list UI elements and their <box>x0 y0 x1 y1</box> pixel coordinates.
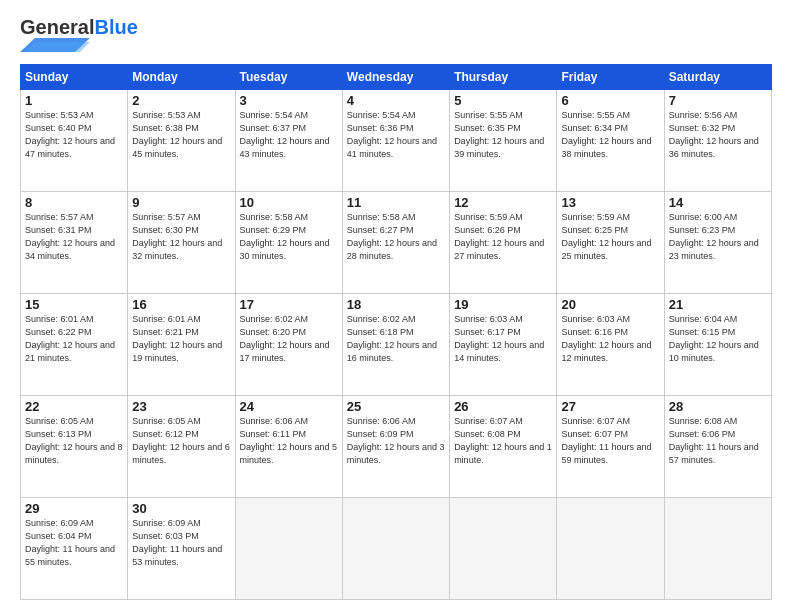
day-info: Sunrise: 6:03 AMSunset: 6:17 PMDaylight:… <box>454 313 552 365</box>
logo-text: GeneralBlue <box>20 16 138 38</box>
calendar-header-monday: Monday <box>128 65 235 90</box>
day-info: Sunrise: 6:09 AMSunset: 6:03 PMDaylight:… <box>132 517 230 569</box>
day-number: 5 <box>454 93 552 108</box>
calendar-week-5: 29Sunrise: 6:09 AMSunset: 6:04 PMDayligh… <box>21 498 772 600</box>
calendar-table: SundayMondayTuesdayWednesdayThursdayFrid… <box>20 64 772 600</box>
day-number: 22 <box>25 399 123 414</box>
calendar-cell: 19Sunrise: 6:03 AMSunset: 6:17 PMDayligh… <box>450 294 557 396</box>
calendar-week-4: 22Sunrise: 6:05 AMSunset: 6:13 PMDayligh… <box>21 396 772 498</box>
day-info: Sunrise: 5:58 AMSunset: 6:27 PMDaylight:… <box>347 211 445 263</box>
calendar-header-friday: Friday <box>557 65 664 90</box>
day-number: 17 <box>240 297 338 312</box>
calendar-cell <box>557 498 664 600</box>
day-number: 13 <box>561 195 659 210</box>
calendar-cell: 17Sunrise: 6:02 AMSunset: 6:20 PMDayligh… <box>235 294 342 396</box>
day-number: 15 <box>25 297 123 312</box>
calendar-header-thursday: Thursday <box>450 65 557 90</box>
day-info: Sunrise: 6:04 AMSunset: 6:15 PMDaylight:… <box>669 313 767 365</box>
calendar-cell: 30Sunrise: 6:09 AMSunset: 6:03 PMDayligh… <box>128 498 235 600</box>
calendar-cell: 10Sunrise: 5:58 AMSunset: 6:29 PMDayligh… <box>235 192 342 294</box>
day-number: 30 <box>132 501 230 516</box>
day-number: 29 <box>25 501 123 516</box>
day-number: 12 <box>454 195 552 210</box>
day-info: Sunrise: 6:05 AMSunset: 6:13 PMDaylight:… <box>25 415 123 467</box>
calendar-header-tuesday: Tuesday <box>235 65 342 90</box>
day-number: 19 <box>454 297 552 312</box>
day-info: Sunrise: 6:02 AMSunset: 6:20 PMDaylight:… <box>240 313 338 365</box>
logo-blue: Blue <box>94 16 137 38</box>
day-info: Sunrise: 6:07 AMSunset: 6:08 PMDaylight:… <box>454 415 552 467</box>
calendar-cell: 12Sunrise: 5:59 AMSunset: 6:26 PMDayligh… <box>450 192 557 294</box>
day-number: 28 <box>669 399 767 414</box>
day-info: Sunrise: 5:58 AMSunset: 6:29 PMDaylight:… <box>240 211 338 263</box>
calendar-cell: 25Sunrise: 6:06 AMSunset: 6:09 PMDayligh… <box>342 396 449 498</box>
calendar-cell: 13Sunrise: 5:59 AMSunset: 6:25 PMDayligh… <box>557 192 664 294</box>
calendar-cell: 23Sunrise: 6:05 AMSunset: 6:12 PMDayligh… <box>128 396 235 498</box>
day-info: Sunrise: 6:03 AMSunset: 6:16 PMDaylight:… <box>561 313 659 365</box>
calendar-cell: 11Sunrise: 5:58 AMSunset: 6:27 PMDayligh… <box>342 192 449 294</box>
day-number: 3 <box>240 93 338 108</box>
day-info: Sunrise: 6:06 AMSunset: 6:09 PMDaylight:… <box>347 415 445 467</box>
calendar-cell <box>450 498 557 600</box>
calendar-cell: 1Sunrise: 5:53 AMSunset: 6:40 PMDaylight… <box>21 90 128 192</box>
calendar-header-row: SundayMondayTuesdayWednesdayThursdayFrid… <box>21 65 772 90</box>
day-number: 20 <box>561 297 659 312</box>
calendar-cell: 20Sunrise: 6:03 AMSunset: 6:16 PMDayligh… <box>557 294 664 396</box>
logo: GeneralBlue <box>20 16 138 56</box>
day-info: Sunrise: 5:56 AMSunset: 6:32 PMDaylight:… <box>669 109 767 161</box>
svg-marker-1 <box>25 42 90 52</box>
day-number: 6 <box>561 93 659 108</box>
day-info: Sunrise: 6:08 AMSunset: 6:06 PMDaylight:… <box>669 415 767 467</box>
calendar-cell: 8Sunrise: 5:57 AMSunset: 6:31 PMDaylight… <box>21 192 128 294</box>
calendar-cell: 22Sunrise: 6:05 AMSunset: 6:13 PMDayligh… <box>21 396 128 498</box>
calendar-cell: 6Sunrise: 5:55 AMSunset: 6:34 PMDaylight… <box>557 90 664 192</box>
page: GeneralBlue SundayMondayTuesdayWednesday… <box>0 0 792 612</box>
calendar-body: 1Sunrise: 5:53 AMSunset: 6:40 PMDaylight… <box>21 90 772 600</box>
calendar-cell <box>235 498 342 600</box>
day-info: Sunrise: 6:07 AMSunset: 6:07 PMDaylight:… <box>561 415 659 467</box>
calendar-week-1: 1Sunrise: 5:53 AMSunset: 6:40 PMDaylight… <box>21 90 772 192</box>
calendar-cell: 26Sunrise: 6:07 AMSunset: 6:08 PMDayligh… <box>450 396 557 498</box>
day-info: Sunrise: 5:59 AMSunset: 6:26 PMDaylight:… <box>454 211 552 263</box>
calendar-cell: 16Sunrise: 6:01 AMSunset: 6:21 PMDayligh… <box>128 294 235 396</box>
day-number: 7 <box>669 93 767 108</box>
header: GeneralBlue <box>20 16 772 56</box>
day-number: 23 <box>132 399 230 414</box>
day-number: 2 <box>132 93 230 108</box>
day-number: 9 <box>132 195 230 210</box>
day-number: 24 <box>240 399 338 414</box>
calendar-cell: 14Sunrise: 6:00 AMSunset: 6:23 PMDayligh… <box>664 192 771 294</box>
day-info: Sunrise: 6:01 AMSunset: 6:22 PMDaylight:… <box>25 313 123 365</box>
day-info: Sunrise: 5:55 AMSunset: 6:34 PMDaylight:… <box>561 109 659 161</box>
day-info: Sunrise: 5:57 AMSunset: 6:30 PMDaylight:… <box>132 211 230 263</box>
calendar-cell <box>664 498 771 600</box>
day-info: Sunrise: 6:01 AMSunset: 6:21 PMDaylight:… <box>132 313 230 365</box>
day-number: 14 <box>669 195 767 210</box>
day-number: 16 <box>132 297 230 312</box>
day-number: 25 <box>347 399 445 414</box>
day-number: 1 <box>25 93 123 108</box>
day-info: Sunrise: 5:54 AMSunset: 6:36 PMDaylight:… <box>347 109 445 161</box>
calendar-cell: 5Sunrise: 5:55 AMSunset: 6:35 PMDaylight… <box>450 90 557 192</box>
day-number: 27 <box>561 399 659 414</box>
day-number: 4 <box>347 93 445 108</box>
calendar-cell <box>342 498 449 600</box>
calendar-cell: 15Sunrise: 6:01 AMSunset: 6:22 PMDayligh… <box>21 294 128 396</box>
day-info: Sunrise: 5:57 AMSunset: 6:31 PMDaylight:… <box>25 211 123 263</box>
day-info: Sunrise: 5:53 AMSunset: 6:40 PMDaylight:… <box>25 109 123 161</box>
calendar-header-wednesday: Wednesday <box>342 65 449 90</box>
calendar-cell: 27Sunrise: 6:07 AMSunset: 6:07 PMDayligh… <box>557 396 664 498</box>
calendar-cell: 9Sunrise: 5:57 AMSunset: 6:30 PMDaylight… <box>128 192 235 294</box>
day-number: 21 <box>669 297 767 312</box>
day-info: Sunrise: 5:55 AMSunset: 6:35 PMDaylight:… <box>454 109 552 161</box>
day-info: Sunrise: 6:06 AMSunset: 6:11 PMDaylight:… <box>240 415 338 467</box>
calendar-week-3: 15Sunrise: 6:01 AMSunset: 6:22 PMDayligh… <box>21 294 772 396</box>
calendar-cell: 28Sunrise: 6:08 AMSunset: 6:06 PMDayligh… <box>664 396 771 498</box>
day-info: Sunrise: 6:05 AMSunset: 6:12 PMDaylight:… <box>132 415 230 467</box>
day-info: Sunrise: 5:54 AMSunset: 6:37 PMDaylight:… <box>240 109 338 161</box>
calendar-header-sunday: Sunday <box>21 65 128 90</box>
day-info: Sunrise: 6:09 AMSunset: 6:04 PMDaylight:… <box>25 517 123 569</box>
calendar-cell: 18Sunrise: 6:02 AMSunset: 6:18 PMDayligh… <box>342 294 449 396</box>
calendar-cell: 21Sunrise: 6:04 AMSunset: 6:15 PMDayligh… <box>664 294 771 396</box>
day-info: Sunrise: 6:00 AMSunset: 6:23 PMDaylight:… <box>669 211 767 263</box>
